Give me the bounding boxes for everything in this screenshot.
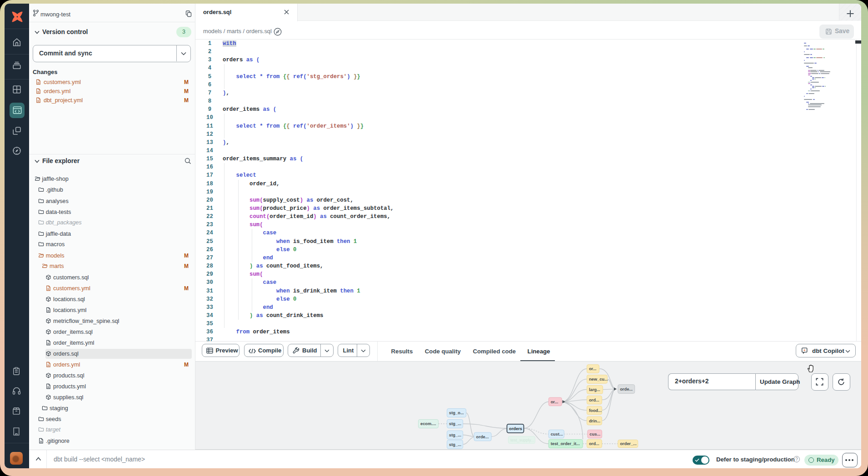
svg-text:or...: or... xyxy=(589,367,597,371)
svg-text:order_...: order_... xyxy=(620,441,637,446)
svg-text:cust...: cust... xyxy=(551,432,563,436)
svg-text:orde...: orde... xyxy=(476,435,489,439)
svg-text:or...: or... xyxy=(551,400,559,404)
svg-text:stg_...: stg_... xyxy=(449,433,461,437)
svg-text:stg_...: stg_... xyxy=(449,421,461,426)
svg-text:test_supply...: test_supply... xyxy=(510,438,534,442)
svg-text:food...: food... xyxy=(589,408,602,413)
svg-text:test_order_it...: test_order_it... xyxy=(551,441,580,446)
svg-text:ecom....: ecom.... xyxy=(420,421,436,426)
svg-text:stg_o...: stg_o... xyxy=(449,411,464,415)
svg-text:stg_...: stg_... xyxy=(449,442,461,447)
svg-text:orders: orders xyxy=(509,426,522,431)
svg-text:cus...: cus... xyxy=(589,432,600,436)
svg-text:ord...: ord... xyxy=(589,441,599,446)
svg-text:new_cu...: new_cu... xyxy=(589,377,608,382)
svg-text:drin...: drin... xyxy=(589,419,600,423)
svg-text:ord...: ord... xyxy=(589,398,599,402)
svg-text:orde...: orde... xyxy=(620,387,633,392)
svg-text:larg...: larg... xyxy=(589,387,600,392)
